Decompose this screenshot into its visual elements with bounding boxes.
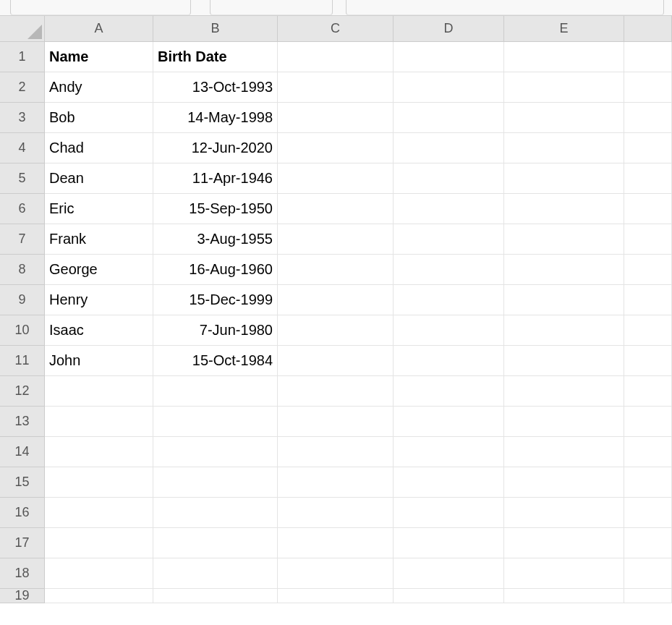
- cell-B16[interactable]: [153, 498, 278, 528]
- cell-F10[interactable]: [624, 315, 672, 346]
- row-header-13[interactable]: 13: [0, 407, 45, 437]
- cell-E3[interactable]: [504, 103, 624, 133]
- cell-A10[interactable]: Isaac: [45, 315, 153, 346]
- column-header-partial[interactable]: [624, 16, 672, 42]
- cell-C4[interactable]: [278, 133, 394, 163]
- cell-B13[interactable]: [153, 407, 278, 437]
- cell-F7[interactable]: [624, 224, 672, 255]
- cell-A12[interactable]: [45, 376, 153, 407]
- cell-E10[interactable]: [504, 315, 624, 346]
- column-header-E[interactable]: E: [504, 16, 624, 42]
- cell-B6[interactable]: 15-Sep-1950: [153, 194, 278, 224]
- cell-D5[interactable]: [394, 163, 504, 194]
- row-header-17[interactable]: 17: [0, 528, 45, 558]
- cell-B12[interactable]: [153, 376, 278, 407]
- cell-A8[interactable]: George: [45, 255, 153, 285]
- cell-B19[interactable]: [153, 589, 278, 603]
- cell-E14[interactable]: [504, 437, 624, 467]
- cell-B17[interactable]: [153, 528, 278, 558]
- cell-C19[interactable]: [278, 589, 394, 603]
- cell-A3[interactable]: Bob: [45, 103, 153, 133]
- cell-B18[interactable]: [153, 558, 278, 589]
- row-header-7[interactable]: 7: [0, 224, 45, 255]
- cell-F1[interactable]: [624, 42, 672, 72]
- cell-F14[interactable]: [624, 437, 672, 467]
- cell-D14[interactable]: [394, 437, 504, 467]
- cell-B15[interactable]: [153, 467, 278, 498]
- cell-E11[interactable]: [504, 346, 624, 376]
- cell-B14[interactable]: [153, 437, 278, 467]
- cell-B11[interactable]: 15-Oct-1984: [153, 346, 278, 376]
- column-header-A[interactable]: A: [45, 16, 153, 42]
- cell-D10[interactable]: [394, 315, 504, 346]
- row-header-8[interactable]: 8: [0, 255, 45, 285]
- row-header-5[interactable]: 5: [0, 163, 45, 194]
- cell-B9[interactable]: 15-Dec-1999: [153, 285, 278, 315]
- cell-D3[interactable]: [394, 103, 504, 133]
- column-header-D[interactable]: D: [394, 16, 504, 42]
- cell-F6[interactable]: [624, 194, 672, 224]
- cell-C13[interactable]: [278, 407, 394, 437]
- cell-C15[interactable]: [278, 467, 394, 498]
- cell-A2[interactable]: Andy: [45, 72, 153, 103]
- cell-E15[interactable]: [504, 467, 624, 498]
- cell-D16[interactable]: [394, 498, 504, 528]
- cell-C9[interactable]: [278, 285, 394, 315]
- cell-C11[interactable]: [278, 346, 394, 376]
- cell-F9[interactable]: [624, 285, 672, 315]
- cell-C5[interactable]: [278, 163, 394, 194]
- cell-A13[interactable]: [45, 407, 153, 437]
- row-header-4[interactable]: 4: [0, 133, 45, 163]
- column-header-C[interactable]: C: [278, 16, 394, 42]
- cell-D15[interactable]: [394, 467, 504, 498]
- cell-A18[interactable]: [45, 558, 153, 589]
- row-header-11[interactable]: 11: [0, 346, 45, 376]
- cell-C10[interactable]: [278, 315, 394, 346]
- cell-D18[interactable]: [394, 558, 504, 589]
- cell-C17[interactable]: [278, 528, 394, 558]
- cell-A4[interactable]: Chad: [45, 133, 153, 163]
- cell-E19[interactable]: [504, 589, 624, 603]
- cell-C3[interactable]: [278, 103, 394, 133]
- cell-B5[interactable]: 11-Apr-1946: [153, 163, 278, 194]
- cell-D6[interactable]: [394, 194, 504, 224]
- cell-E1[interactable]: [504, 42, 624, 72]
- cell-F2[interactable]: [624, 72, 672, 103]
- cell-C12[interactable]: [278, 376, 394, 407]
- cell-E6[interactable]: [504, 194, 624, 224]
- cell-E13[interactable]: [504, 407, 624, 437]
- cell-F12[interactable]: [624, 376, 672, 407]
- cell-C6[interactable]: [278, 194, 394, 224]
- cell-B4[interactable]: 12-Jun-2020: [153, 133, 278, 163]
- select-all-corner[interactable]: [0, 16, 45, 42]
- cell-A1[interactable]: Name: [45, 42, 153, 72]
- cell-A7[interactable]: Frank: [45, 224, 153, 255]
- cell-E5[interactable]: [504, 163, 624, 194]
- cell-F8[interactable]: [624, 255, 672, 285]
- cell-C8[interactable]: [278, 255, 394, 285]
- cell-D17[interactable]: [394, 528, 504, 558]
- cell-E17[interactable]: [504, 528, 624, 558]
- cell-F16[interactable]: [624, 498, 672, 528]
- cell-E7[interactable]: [504, 224, 624, 255]
- row-header-6[interactable]: 6: [0, 194, 45, 224]
- cell-A15[interactable]: [45, 467, 153, 498]
- cell-D19[interactable]: [394, 589, 504, 603]
- row-header-19[interactable]: 19: [0, 589, 45, 603]
- cell-D11[interactable]: [394, 346, 504, 376]
- cell-A19[interactable]: [45, 589, 153, 603]
- cell-F13[interactable]: [624, 407, 672, 437]
- cell-F4[interactable]: [624, 133, 672, 163]
- cell-A9[interactable]: Henry: [45, 285, 153, 315]
- cell-F11[interactable]: [624, 346, 672, 376]
- cell-A5[interactable]: Dean: [45, 163, 153, 194]
- cell-E4[interactable]: [504, 133, 624, 163]
- cell-E12[interactable]: [504, 376, 624, 407]
- row-header-2[interactable]: 2: [0, 72, 45, 103]
- row-header-1[interactable]: 1: [0, 42, 45, 72]
- cell-A11[interactable]: John: [45, 346, 153, 376]
- cell-C14[interactable]: [278, 437, 394, 467]
- cell-E8[interactable]: [504, 255, 624, 285]
- cell-D13[interactable]: [394, 407, 504, 437]
- cell-F17[interactable]: [624, 528, 672, 558]
